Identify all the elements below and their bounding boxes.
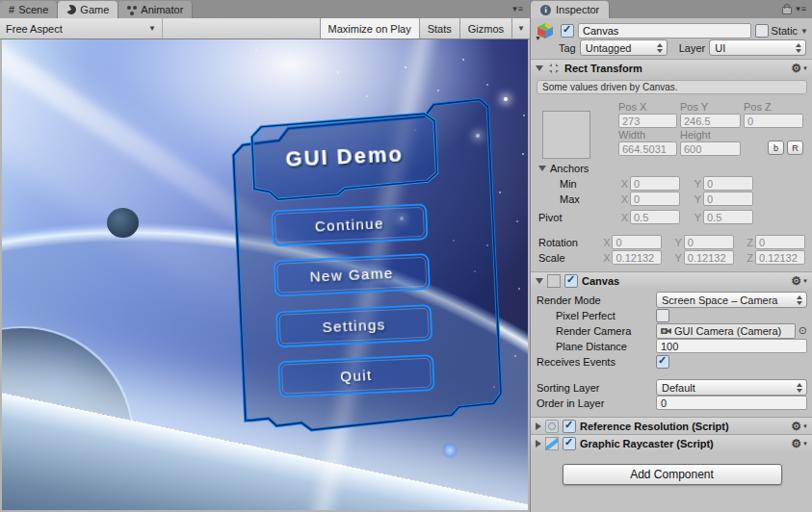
quit-label: Quit	[340, 367, 373, 385]
object-picker-icon[interactable]: ⊙	[799, 324, 807, 337]
reference-resolution-header[interactable]: Reference Resolution (Script) ⚙ ▼	[531, 417, 812, 434]
game-toolbar: Free Aspect ▼ Maximize on Play Stats Giz…	[0, 18, 530, 39]
inspector-panel: i Inspector ▾≡ ▼ Ca	[530, 0, 812, 512]
aspect-label: Free Aspect	[6, 23, 63, 35]
rect-transform-header[interactable]: Rect Transform ⚙ ▼	[531, 59, 812, 76]
rect-transform-gear[interactable]: ⚙ ▼	[791, 63, 808, 74]
min-x-field[interactable]: 0	[630, 176, 680, 191]
order-in-layer-field[interactable]: 0	[656, 396, 807, 410]
tag-dropdown[interactable]: Untagged	[580, 39, 668, 56]
graphic-raycaster-icon	[545, 437, 559, 450]
game-pane: # Scene Game Animator ▾≡ Free Aspect ▼ M…	[0, 0, 530, 512]
tab-scene[interactable]: # Scene	[0, 1, 58, 18]
static-label: Static	[772, 25, 799, 37]
max-x-field[interactable]: 0	[630, 192, 680, 206]
foldout-arrow-icon[interactable]	[536, 65, 543, 71]
settings-label: Settings	[322, 316, 386, 335]
new-game-button[interactable]: New Game	[274, 254, 429, 295]
graphic-raycaster-gear[interactable]: ⚙ ▼	[791, 438, 808, 449]
pixel-perfect-checkbox[interactable]	[656, 309, 669, 322]
reference-resolution-checkbox[interactable]	[563, 420, 576, 433]
animator-icon	[127, 5, 137, 14]
render-mode-label: Render Mode	[537, 294, 656, 306]
sorting-layer-dropdown[interactable]: Default	[656, 379, 807, 396]
tab-game[interactable]: Game	[58, 1, 118, 18]
static-dropdown-arrow[interactable]: ▼	[800, 27, 808, 36]
pos-z-field[interactable]: 0	[744, 114, 803, 128]
layer-dropdown[interactable]: UI	[709, 39, 806, 56]
tab-inspector[interactable]: i Inspector	[531, 1, 610, 18]
foldout-arrow-icon	[538, 166, 546, 171]
render-camera-field[interactable]: GUI Camera (Camera)	[656, 323, 796, 339]
gizmos-button[interactable]: Gizmos	[459, 18, 511, 38]
blueprint-mode-button[interactable]: b	[768, 141, 784, 155]
quit-button[interactable]: Quit	[278, 355, 433, 397]
settings-button[interactable]: Settings	[276, 305, 432, 346]
foldout-arrow-icon[interactable]	[536, 440, 541, 448]
pos-z-label: Pos Z	[744, 101, 803, 113]
width-field[interactable]: 664.5031	[618, 141, 677, 156]
raw-edit-button[interactable]: R	[787, 141, 803, 155]
rotation-x-field[interactable]: 0	[612, 235, 662, 249]
add-component-button[interactable]: Add Component	[563, 464, 782, 485]
static-checkbox[interactable]	[755, 24, 769, 38]
chevron-down-icon: ▼	[802, 423, 808, 429]
aspect-dropdown[interactable]: Free Aspect ▼	[0, 18, 163, 38]
name-field[interactable]: Canvas	[578, 23, 751, 38]
inspector-tabbar: i Inspector ▾≡	[531, 0, 812, 18]
tab-scene-label: Scene	[18, 4, 48, 15]
rotation-row: Rotation X 0 Y 0 Z 0	[538, 235, 805, 249]
foldout-arrow-icon[interactable]	[536, 278, 543, 284]
plane-distance-row: Plane Distance 100	[537, 339, 807, 353]
graphic-raycaster-header[interactable]: Graphic Raycaster (Script) ⚙ ▼	[531, 434, 812, 451]
anchors-foldout[interactable]: Anchors	[538, 162, 805, 175]
receives-events-row: Receives Events	[537, 354, 807, 369]
scale-x-field[interactable]: 0.12132	[612, 250, 662, 265]
pos-y-label: Pos Y	[680, 101, 741, 113]
rotation-z-field[interactable]: 0	[755, 235, 805, 249]
canvas-enabled-checkbox[interactable]	[564, 274, 578, 288]
render-mode-dropdown[interactable]: Screen Space – Camera	[656, 292, 807, 308]
gizmos-dropdown-arrow[interactable]: ▼	[511, 18, 530, 38]
gear-icon: ⚙	[791, 438, 801, 449]
active-checkbox[interactable]	[561, 24, 574, 38]
foldout-arrow-icon[interactable]	[536, 422, 541, 430]
rect-transform-icon	[547, 62, 561, 75]
tab-animator[interactable]: Animator	[118, 1, 193, 18]
order-in-layer-label: Order in Layer	[537, 397, 656, 409]
inspector-menu-icon[interactable]: ▾≡	[796, 4, 807, 13]
reference-resolution-gear[interactable]: ⚙ ▼	[791, 421, 808, 432]
stats-button[interactable]: Stats	[419, 18, 459, 38]
width-label: Width	[618, 129, 677, 141]
scale-z-field[interactable]: 0.12132	[755, 250, 805, 265]
scale-y-field[interactable]: 0.12132	[684, 250, 734, 265]
updown-arrows-icon	[797, 295, 803, 305]
rotation-y-field[interactable]: 0	[684, 235, 734, 249]
graphic-raycaster-title: Graphic Raycaster (Script)	[580, 438, 714, 449]
continue-button[interactable]: Continue	[272, 204, 427, 245]
info-icon: i	[540, 5, 551, 15]
maximize-on-play-button[interactable]: Maximize on Play	[320, 18, 419, 38]
max-y-field[interactable]: 0	[703, 192, 753, 206]
sorting-layer-row: Sorting Layer Default	[537, 380, 807, 395]
plane-distance-field[interactable]: 100	[656, 339, 807, 353]
camera-icon	[661, 326, 671, 335]
receives-events-checkbox[interactable]	[656, 355, 669, 369]
height-field[interactable]: 600	[680, 141, 741, 156]
chevron-down-icon: ▼	[802, 278, 808, 284]
pivot-x-field[interactable]: 0.5	[630, 210, 680, 224]
pane-menu-icon[interactable]: ▾≡	[512, 4, 524, 13]
pivot-y-field[interactable]: 0.5	[703, 210, 753, 224]
lock-icon[interactable]	[782, 7, 792, 14]
canvas-component-header[interactable]: Canvas ⚙ ▼	[531, 271, 812, 289]
min-y-field[interactable]: 0	[703, 176, 753, 191]
gameobject-cube-icon[interactable]: ▼	[536, 22, 557, 39]
min-label: Min	[538, 178, 619, 190]
canvas-gear[interactable]: ⚙ ▼	[791, 275, 808, 287]
rect-transform-title: Rect Transform	[564, 63, 642, 74]
graphic-raycaster-checkbox[interactable]	[563, 437, 576, 450]
game-view: GUI Demo Continue New Game	[2, 39, 528, 510]
pos-y-field[interactable]: 246.5	[680, 114, 741, 128]
pos-x-field[interactable]: 273	[618, 114, 677, 128]
anchor-preview[interactable]	[542, 111, 590, 159]
